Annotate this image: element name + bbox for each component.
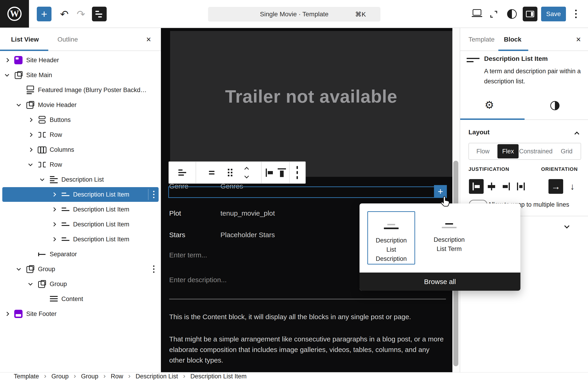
sidebar-item-row[interactable]: Row — [2, 127, 159, 142]
hand-cursor — [440, 196, 451, 208]
sidebar-item-description-list[interactable]: Description List — [2, 172, 159, 187]
breadcrumb-separator: › — [103, 372, 106, 380]
chevron-right-icon[interactable] — [28, 148, 32, 152]
sidebar-item-buttons[interactable]: Buttons — [2, 113, 159, 127]
list-view-toggle-button[interactable] — [92, 7, 107, 21]
collapse-panel-icon[interactable] — [574, 132, 579, 136]
browse-all-button[interactable]: Browse all — [360, 273, 520, 291]
chevron-right-icon[interactable] — [5, 58, 9, 62]
layout-mode-grid[interactable]: Grid — [553, 148, 581, 155]
row-options-icon[interactable] — [153, 191, 155, 198]
sidebar-item-site-header[interactable]: Site Header — [2, 53, 159, 68]
sidebar-item-columns[interactable]: Columns — [2, 142, 159, 157]
redo-button[interactable]: ↷ — [74, 7, 88, 21]
sidebar-item-group[interactable]: Group — [2, 277, 159, 291]
chevron-down-icon[interactable] — [28, 162, 32, 166]
chevron-down-icon[interactable] — [17, 102, 21, 106]
gear-icon[interactable]: ⚙ — [485, 99, 494, 111]
wordpress-logo[interactable]: W — [0, 0, 29, 28]
styles-icon[interactable] — [550, 101, 560, 110]
separator-block[interactable] — [169, 299, 446, 299]
save-button[interactable]: Save — [541, 7, 566, 21]
dl-term-plot[interactable]: Plot — [169, 209, 181, 217]
settings-sidebar-toggle-button[interactable] — [523, 7, 537, 21]
vertical-align-top-icon[interactable] — [277, 168, 286, 178]
close-icon[interactable]: × — [576, 28, 581, 51]
options-menu-button[interactable] — [575, 10, 577, 18]
description-placeholder[interactable]: Enter description... — [169, 276, 227, 284]
editor-canvas[interactable]: Trailer not available Genre Genres Plot … — [161, 28, 460, 372]
sidebar-item-movie-header[interactable]: Movie Header — [2, 97, 159, 112]
sidebar-item-label: Columns — [50, 142, 74, 157]
move-up-icon[interactable] — [244, 167, 249, 171]
content-paragraph-1[interactable]: This is the Content block, it will displ… — [169, 312, 445, 322]
style-book-icon[interactable] — [507, 9, 517, 19]
breadcrumb-item[interactable]: Group — [52, 373, 69, 380]
chevron-right-icon[interactable] — [52, 237, 56, 241]
inserter-option-description-list-term[interactable]: Description List Term — [425, 211, 473, 265]
inserter-option-description-list-description[interactable]: Description List Description — [367, 211, 415, 265]
chevron-right-icon[interactable] — [52, 222, 56, 226]
block-switcher-description-list-item-icon[interactable] — [178, 168, 187, 177]
orientation-horizontal-icon[interactable]: → — [548, 179, 563, 194]
chevron-down-icon[interactable] — [564, 223, 570, 229]
justify-left-icon[interactable] — [264, 168, 274, 178]
justify-space-between-icon[interactable] — [513, 179, 528, 194]
chevron-right-icon[interactable] — [5, 312, 9, 316]
sidebar-item-featured-image-blurry-poster-backd[interactable]: Featured Image (Blurry Poster Backd… — [2, 83, 159, 97]
tab-outline[interactable]: Outline — [58, 28, 78, 51]
chevron-right-icon[interactable] — [28, 118, 32, 122]
justify-left-icon[interactable] — [469, 179, 484, 194]
row-options-icon[interactable] — [153, 266, 155, 273]
block-inserter-button[interactable]: + — [37, 7, 52, 21]
sidebar-item-group[interactable]: Group — [2, 262, 159, 276]
sidebar-item-description-list-item[interactable]: Description List Item — [2, 232, 159, 247]
sidebar-item-content[interactable]: Content — [2, 292, 159, 306]
drag-handle-icon[interactable] — [228, 169, 232, 176]
dl-term-stars[interactable]: Stars — [169, 231, 185, 239]
sidebar-item-site-main[interactable]: Site Main — [2, 68, 159, 82]
chevron-down-icon[interactable] — [17, 266, 21, 270]
breadcrumb-item[interactable]: Description List — [136, 373, 178, 380]
sidebar-item-description-list-item[interactable]: Description List Item — [2, 217, 159, 232]
breadcrumb-item[interactable]: Template — [14, 373, 39, 380]
breadcrumb-item[interactable]: Description List Item — [190, 373, 247, 380]
content-paragraph-2[interactable]: That might be a simple arrangement like … — [169, 334, 445, 365]
justify-center-icon[interactable] — [484, 179, 499, 194]
term-placeholder[interactable]: Enter term... — [169, 251, 207, 259]
layout-mode-flex[interactable]: Flex — [497, 144, 519, 158]
chevron-right-icon[interactable] — [52, 207, 56, 211]
tab-list-view[interactable]: List View — [11, 28, 39, 51]
active-settings-tab-underline — [460, 118, 525, 120]
chevron-right-icon[interactable] — [52, 192, 56, 197]
selected-block-outline[interactable] — [168, 187, 445, 198]
breadcrumb-item[interactable]: Group — [81, 373, 98, 380]
chevron-down-icon[interactable] — [5, 72, 9, 76]
layout-mode-constrained[interactable]: Constrained — [519, 148, 553, 155]
dl-desc-plot[interactable]: tenup_movie_plot — [221, 209, 275, 217]
sidebar-item-description-list-item[interactable]: Description List Item — [2, 202, 159, 217]
move-down-icon[interactable] — [244, 174, 249, 178]
block-settings-tabs: ⚙ — [460, 95, 588, 120]
layout-mode-flow[interactable]: Flow — [469, 148, 497, 155]
document-title-button[interactable]: Single Movie · Template ⌘K — [208, 7, 380, 21]
chevron-right-icon[interactable] — [28, 133, 32, 137]
tab-template[interactable]: Template — [468, 28, 495, 51]
sidebar-item-separator[interactable]: Separator — [2, 247, 159, 262]
zoom-out-icon[interactable] — [489, 10, 498, 19]
chevron-down-icon[interactable] — [28, 281, 32, 285]
sidebar-item-row[interactable]: Row — [2, 157, 159, 172]
undo-button[interactable]: ↶ — [57, 7, 72, 21]
chevron-down-icon[interactable] — [40, 177, 44, 181]
select-parent-description-list-icon[interactable] — [209, 168, 215, 177]
tab-block[interactable]: Block — [504, 28, 521, 51]
breadcrumb-item[interactable]: Row — [111, 373, 123, 380]
sidebar-item-description-list-item[interactable]: Description List Item — [2, 187, 159, 202]
orientation-vertical-icon[interactable]: ↓ — [565, 179, 580, 194]
justify-right-icon[interactable] — [499, 179, 513, 194]
dl-desc-stars[interactable]: Placeholder Stars — [221, 231, 275, 239]
sidebar-item-site-footer[interactable]: Site Footer — [2, 306, 159, 321]
close-icon[interactable]: × — [146, 28, 151, 51]
preview-device-button[interactable] — [472, 9, 482, 18]
block-options-icon[interactable] — [297, 166, 298, 179]
